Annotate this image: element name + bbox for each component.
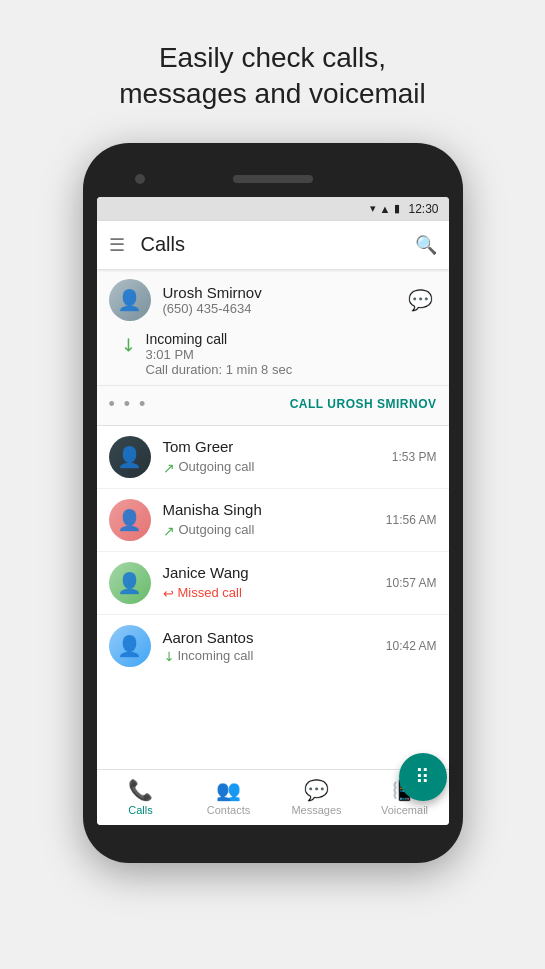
message-icon[interactable]: 💬 xyxy=(404,284,437,316)
contacts-nav-label: Contacts xyxy=(207,804,250,816)
aaron-name: Aaron Santos xyxy=(163,629,378,646)
voicemail-nav-label: Voicemail xyxy=(381,804,428,816)
calls-nav-icon: 📞 xyxy=(128,778,153,802)
call-item-tom[interactable]: 👤 Tom Greer ↗ Outgoing call 1:53 PM xyxy=(97,426,449,489)
expanded-call-time: 3:01 PM xyxy=(146,347,437,362)
app-bar: ☰ Calls 🔍 xyxy=(97,221,449,269)
expanded-caller-name: Urosh Smirnov xyxy=(163,284,404,301)
signal-icon: ▲ xyxy=(380,203,391,215)
expanded-call-duration: Call duration: 1 min 8 sec xyxy=(146,362,437,377)
call-item-center-aaron: Aaron Santos ↙ Incoming call xyxy=(163,629,378,663)
messages-nav-icon: 💬 xyxy=(304,778,329,802)
dialpad-icon: ⠿ xyxy=(415,765,430,789)
call-item-center-janice: Janice Wang ↩ Missed call xyxy=(163,564,378,601)
manisha-call-type: Outgoing call xyxy=(179,522,255,537)
janice-time: 10:57 AM xyxy=(386,576,437,590)
avatar-aaron: 👤 xyxy=(109,625,151,667)
battery-icon: ▮ xyxy=(394,202,400,215)
phone-wrapper: ▾ ▲ ▮ 12:30 ☰ Calls 🔍 👤 Urosh Smirnov xyxy=(83,143,463,863)
aaron-call-type: Incoming call xyxy=(178,648,254,663)
avatar-manisha: 👤 xyxy=(109,499,151,541)
call-item-janice[interactable]: 👤 Janice Wang ↩ Missed call 10:57 AM xyxy=(97,552,449,615)
avatar-tom: 👤 xyxy=(109,436,151,478)
call-urosh-button[interactable]: CALL UROSH SMIRNOV xyxy=(290,397,437,411)
outgoing-arrow-icon-manisha: ↗ xyxy=(163,523,175,539)
bottom-nav: 📞 Calls 👥 Contacts 💬 Messages 📳 Voicemai… xyxy=(97,769,449,825)
janice-call-type: Missed call xyxy=(178,585,242,600)
status-time: 12:30 xyxy=(408,202,438,216)
expanded-caller-number: (650) 435-4634 xyxy=(163,301,404,316)
incoming-arrow-icon: ↙ xyxy=(115,331,141,357)
missed-arrow-icon-janice: ↩ xyxy=(163,586,174,601)
call-item-manisha[interactable]: 👤 Manisha Singh ↗ Outgoing call 11:56 AM xyxy=(97,489,449,552)
avatar-urosh: 👤 xyxy=(109,279,151,321)
tom-time: 1:53 PM xyxy=(392,450,437,464)
outgoing-arrow-icon-tom: ↗ xyxy=(163,460,175,476)
tom-call-type: Outgoing call xyxy=(179,459,255,474)
janice-time-col: 10:57 AM xyxy=(386,576,437,590)
aaron-time-col: 10:42 AM xyxy=(386,639,437,653)
expanded-call-item[interactable]: 👤 Urosh Smirnov (650) 435-4634 💬 ↙ Incom… xyxy=(97,269,449,426)
phone-screen: ▾ ▲ ▮ 12:30 ☰ Calls 🔍 👤 Urosh Smirnov xyxy=(97,197,449,825)
call-item-aaron[interactable]: 👤 Aaron Santos ↙ Incoming call 10:42 AM xyxy=(97,615,449,677)
call-item-center-tom: Tom Greer ↗ Outgoing call xyxy=(163,438,384,476)
tom-time-col: 1:53 PM xyxy=(392,450,437,464)
fab-button[interactable]: ⠿ xyxy=(399,753,447,801)
phone-camera xyxy=(135,174,145,184)
status-bar: ▾ ▲ ▮ 12:30 xyxy=(97,197,449,221)
nav-messages[interactable]: 💬 Messages xyxy=(273,770,361,825)
expanded-caller-info: Urosh Smirnov (650) 435-4634 xyxy=(163,284,404,316)
expanded-call-type: Incoming call xyxy=(146,331,437,347)
messages-nav-label: Messages xyxy=(291,804,341,816)
phone-speaker xyxy=(233,175,313,183)
manisha-time-col: 11:56 AM xyxy=(386,513,437,527)
call-item-center-manisha: Manisha Singh ↗ Outgoing call xyxy=(163,501,378,539)
contacts-nav-icon: 👥 xyxy=(216,778,241,802)
call-list: 👤 Urosh Smirnov (650) 435-4634 💬 ↙ Incom… xyxy=(97,269,449,769)
more-options-icon[interactable]: • • • xyxy=(109,394,148,415)
manisha-time: 11:56 AM xyxy=(386,513,437,527)
nav-contacts[interactable]: 👥 Contacts xyxy=(185,770,273,825)
calls-nav-label: Calls xyxy=(128,804,152,816)
aaron-time: 10:42 AM xyxy=(386,639,437,653)
app-title: Calls xyxy=(141,233,415,256)
janice-name: Janice Wang xyxy=(163,564,378,581)
incoming-arrow-icon-aaron: ↙ xyxy=(159,646,177,664)
expanded-call-type-info: Incoming call 3:01 PM Call duration: 1 m… xyxy=(146,331,437,377)
search-icon[interactable]: 🔍 xyxy=(415,234,437,256)
menu-icon[interactable]: ☰ xyxy=(109,234,125,256)
manisha-name: Manisha Singh xyxy=(163,501,378,518)
tom-name: Tom Greer xyxy=(163,438,384,455)
avatar-janice: 👤 xyxy=(109,562,151,604)
wifi-icon: ▾ xyxy=(370,202,376,215)
headline: Easily check calls, messages and voicema… xyxy=(79,0,466,143)
nav-calls[interactable]: 📞 Calls xyxy=(97,770,185,825)
